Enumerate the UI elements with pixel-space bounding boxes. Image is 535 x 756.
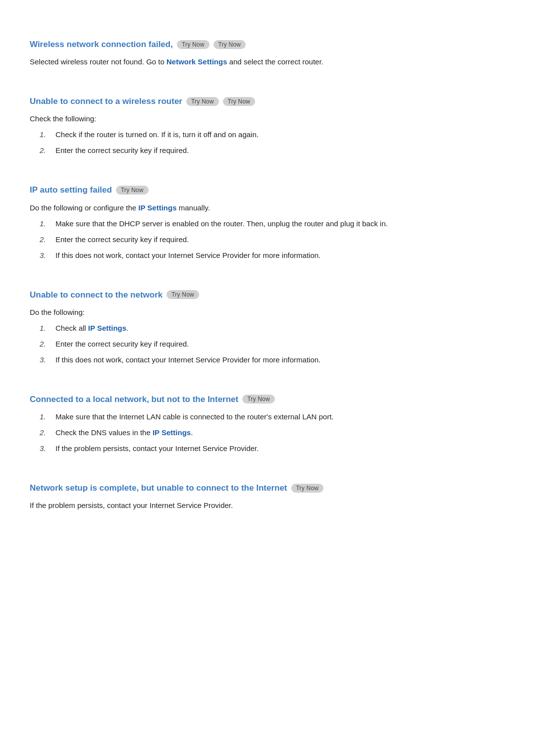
list-item: If the problem persists, contact your In… xyxy=(40,443,505,454)
setup-complete-text: If the problem persists, contact your In… xyxy=(30,500,505,511)
wireless-failed-text-after: and select the correct router. xyxy=(227,57,323,66)
section-heading-unable-network: Unable to connect to the network Try Now xyxy=(30,288,505,302)
section-heading-text-unable-network: Unable to connect to the network xyxy=(30,288,162,302)
list-item-text: Enter the correct security key if requir… xyxy=(55,234,189,246)
network-settings-link[interactable]: Network Settings xyxy=(166,57,227,66)
list-item: Check the DNS values in the IP Settings. xyxy=(40,427,505,439)
section-network-setup-complete: Network setup is complete, but unable to… xyxy=(30,481,505,520)
list-item-text: Check the DNS values in the IP Settings. xyxy=(55,427,193,439)
section-connected-local-not-internet: Connected to a local network, but not to… xyxy=(30,393,505,463)
ip-auto-text-before: Do the following or configure the xyxy=(30,203,138,212)
try-now-button-2b[interactable]: Try Now xyxy=(223,97,256,106)
section-heading-ip-auto: IP auto setting failed Try Now xyxy=(30,183,505,197)
section-heading-text-router: Unable to connect to a wireless router xyxy=(30,95,182,108)
check-following-text: Check the following: xyxy=(30,113,505,125)
section-body-setup-complete: If the problem persists, contact your In… xyxy=(30,500,505,511)
section-heading-setup-complete: Network setup is complete, but unable to… xyxy=(30,481,505,495)
try-now-button-3[interactable]: Try Now xyxy=(116,186,149,195)
section-heading-wireless-failed: Wireless network connection failed, Try … xyxy=(30,38,505,51)
unable-router-list: Check if the router is turned on. If it … xyxy=(30,129,505,156)
section-ip-auto-failed: IP auto setting failed Try Now Do the fo… xyxy=(30,183,505,270)
section-heading-text-ip-auto: IP auto setting failed xyxy=(30,183,112,197)
list-item: Make sure that the DHCP server is enable… xyxy=(40,218,505,230)
ip-auto-text-after: manually. xyxy=(177,203,210,212)
list-item-text: Check all IP Settings. xyxy=(55,322,128,334)
list-item: If this does not work, contact your Inte… xyxy=(40,250,505,261)
unable-network-intro: Do the following: xyxy=(30,306,505,318)
section-unable-connect-network: Unable to connect to the network Try Now… xyxy=(30,288,505,375)
list-item: Check all IP Settings. xyxy=(40,322,505,334)
section-body-unable-router: Check the following: Check if the router… xyxy=(30,113,505,156)
try-now-button-4[interactable]: Try Now xyxy=(166,290,199,299)
section-unable-connect-router: Unable to connect to a wireless router T… xyxy=(30,95,505,165)
unable-network-list: Check all IP Settings. Enter the correct… xyxy=(30,322,505,366)
list-item: Make sure that the Internet LAN cable is… xyxy=(40,411,505,423)
wireless-failed-text-before: Selected wireless router not found. Go t… xyxy=(30,57,166,66)
section-heading-text-setup: Network setup is complete, but unable to… xyxy=(30,481,287,495)
list-item: If this does not work, contact your Inte… xyxy=(40,354,505,366)
list-item-text: Enter the correct security key if requir… xyxy=(55,145,189,156)
ip-auto-description: Do the following or configure the IP Set… xyxy=(30,202,505,214)
section-body-local-not-internet: Make sure that the Internet LAN cable is… xyxy=(30,411,505,454)
list-item: Enter the correct security key if requir… xyxy=(40,234,505,246)
section-wireless-connection-failed: Wireless network connection failed, Try … xyxy=(30,38,505,77)
ip-auto-list: Make sure that the DHCP server is enable… xyxy=(30,218,505,261)
list-item-text: Check if the router is turned on. If it … xyxy=(55,129,259,141)
list-item-text: If the problem persists, contact your In… xyxy=(55,443,259,454)
section-heading-text: Wireless network connection failed, xyxy=(30,38,173,51)
list-item: Check if the router is turned on. If it … xyxy=(40,129,505,141)
ip-settings-link-3[interactable]: IP Settings xyxy=(153,428,191,437)
section-body-unable-network: Do the following: Check all IP Settings.… xyxy=(30,306,505,366)
list-item: Enter the correct security key if requir… xyxy=(40,145,505,156)
section-heading-local-not-internet: Connected to a local network, but not to… xyxy=(30,393,505,406)
try-now-button-6[interactable]: Try Now xyxy=(291,484,324,493)
ip-settings-link-2[interactable]: IP Settings xyxy=(88,324,126,332)
list-item-text: Make sure that the DHCP server is enable… xyxy=(55,218,388,230)
section-body-ip-auto: Do the following or configure the IP Set… xyxy=(30,202,505,261)
section-heading-text-local: Connected to a local network, but not to… xyxy=(30,393,238,406)
try-now-button-5[interactable]: Try Now xyxy=(242,395,275,403)
list-item-text: If this does not work, contact your Inte… xyxy=(55,354,321,366)
list-item-text: Make sure that the Internet LAN cable is… xyxy=(55,411,334,423)
wireless-failed-description: Selected wireless router not found. Go t… xyxy=(30,56,505,68)
local-not-internet-list: Make sure that the Internet LAN cable is… xyxy=(30,411,505,454)
try-now-button-1b[interactable]: Try Now xyxy=(214,40,246,49)
section-body-wireless-failed: Selected wireless router not found. Go t… xyxy=(30,56,505,68)
try-now-button-2a[interactable]: Try Now xyxy=(186,97,219,106)
ip-settings-link-1[interactable]: IP Settings xyxy=(138,203,176,212)
section-heading-unable-router: Unable to connect to a wireless router T… xyxy=(30,95,505,108)
try-now-button-1a[interactable]: Try Now xyxy=(177,40,210,49)
list-item: Enter the correct security key if requir… xyxy=(40,338,505,350)
list-item-text: Enter the correct security key if requir… xyxy=(55,338,189,350)
list-item-text: If this does not work, contact your Inte… xyxy=(55,250,321,261)
